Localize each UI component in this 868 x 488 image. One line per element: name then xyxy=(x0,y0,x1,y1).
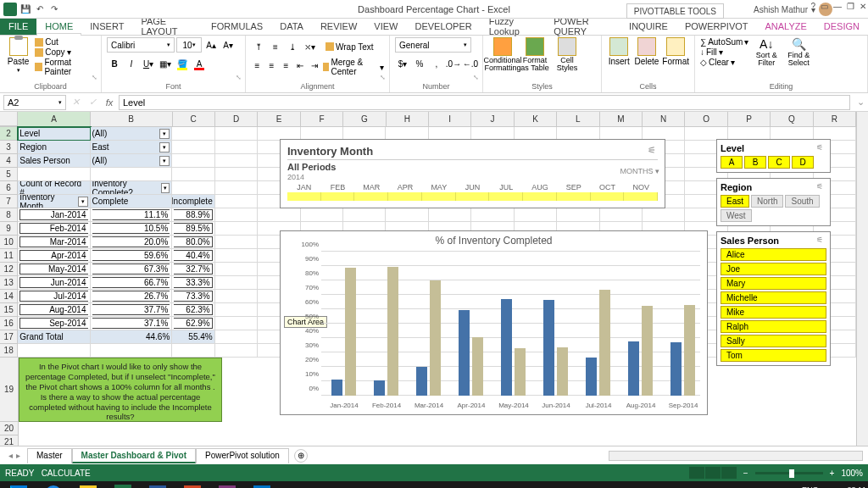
cell-styles-button[interactable]: Cell Styles xyxy=(553,37,581,72)
cell[interactable] xyxy=(258,208,300,222)
cell[interactable]: 26.7% xyxy=(91,290,173,303)
tab-page-layout[interactable]: PAGE LAYOUT xyxy=(132,18,203,35)
cell[interactable]: 67.3% xyxy=(91,263,173,276)
row-header[interactable]: 18 xyxy=(0,344,18,358)
column-header[interactable]: D xyxy=(215,112,258,126)
undo-icon[interactable]: ↶ xyxy=(34,3,46,15)
bar-incomplete[interactable] xyxy=(557,347,568,396)
indent-dec-icon[interactable]: ⇤ xyxy=(294,58,307,73)
cell[interactable]: (All)▾ xyxy=(91,154,173,168)
bar-complete[interactable] xyxy=(416,367,427,396)
horizontal-scrollbar[interactable] xyxy=(609,451,863,461)
note-textbox[interactable]: In the Pivot chart I would like to only … xyxy=(19,358,222,422)
tab-view[interactable]: VIEW xyxy=(365,18,406,35)
slicer-region[interactable]: Region ⚟ EastNorthSouthWest xyxy=(716,178,831,226)
row-header[interactable]: 14 xyxy=(0,290,18,303)
bar-complete[interactable] xyxy=(331,380,342,396)
minimize-icon[interactable]: — xyxy=(833,2,842,11)
merge-center-button[interactable]: Merge & Center ▾ xyxy=(323,58,384,76)
pivot-chart[interactable]: % of Inventory Completed Chart Area Jan-… xyxy=(280,230,708,415)
column-header[interactable]: Q xyxy=(771,112,813,126)
cell[interactable] xyxy=(215,344,258,358)
slicer-item[interactable]: C xyxy=(768,156,790,169)
grow-font-icon[interactable]: A▴ xyxy=(203,37,219,53)
format-cells-button[interactable]: Format xyxy=(662,37,689,66)
zoom-in-icon[interactable]: + xyxy=(830,469,835,478)
cell[interactable]: 62.3% xyxy=(172,303,214,317)
cell[interactable] xyxy=(215,330,258,344)
cell[interactable]: 80.0% xyxy=(172,236,214,249)
bar-incomplete[interactable] xyxy=(430,280,441,396)
currency-icon[interactable]: $▾ xyxy=(395,56,410,71)
cell[interactable] xyxy=(172,344,214,358)
taskbar-outlook[interactable]: O xyxy=(245,482,279,488)
bar-incomplete[interactable] xyxy=(599,290,610,396)
bar-incomplete[interactable] xyxy=(472,337,483,396)
bar-complete[interactable] xyxy=(628,341,639,396)
tab-fuzzy-lookup[interactable]: Fuzzy Lookup xyxy=(481,18,545,35)
slicer-sales-person[interactable]: Sales Person ⚟ AliceJoeMaryMichelleMikeR… xyxy=(716,231,831,366)
cell[interactable]: 89.5% xyxy=(172,222,214,236)
italic-button[interactable]: I xyxy=(124,56,139,71)
timeline-level-button[interactable]: MONTHS ▾ xyxy=(620,167,659,175)
page-layout-view-icon[interactable] xyxy=(705,467,721,479)
bar-complete[interactable] xyxy=(501,299,512,396)
tab-review[interactable]: REVIEW xyxy=(312,18,365,35)
sheet-tab[interactable]: PowerPivot solution xyxy=(196,448,289,463)
redo-icon[interactable]: ↷ xyxy=(48,3,60,15)
cell[interactable] xyxy=(18,168,90,181)
cell[interactable] xyxy=(301,208,343,222)
row-header[interactable]: 21 xyxy=(0,435,19,446)
row-header[interactable]: 4 xyxy=(0,154,18,168)
vertical-scrollbar[interactable] xyxy=(856,112,868,446)
cell[interactable] xyxy=(172,168,214,181)
column-header[interactable]: E xyxy=(258,112,300,126)
zoom-out-icon[interactable]: − xyxy=(743,469,748,478)
taskbar-word[interactable]: W xyxy=(141,482,175,488)
cell[interactable] xyxy=(215,168,258,181)
taskbar-ie[interactable] xyxy=(36,482,70,488)
save-icon[interactable]: 💾 xyxy=(19,3,31,15)
clear-filter-icon[interactable]: ⚟ xyxy=(816,143,826,153)
conditional-formatting-button[interactable]: Conditional Formatting xyxy=(488,37,517,72)
row-header[interactable]: 5 xyxy=(0,168,18,181)
cancel-icon[interactable]: ✕ xyxy=(68,97,83,108)
tab-developer[interactable]: DEVELOPER xyxy=(406,18,480,35)
cell[interactable]: Grand Total xyxy=(18,330,90,344)
slicer-item[interactable]: Joe xyxy=(721,263,826,275)
number-format-select[interactable]: General▾ xyxy=(395,37,471,53)
bar-incomplete[interactable] xyxy=(684,305,695,396)
row-header[interactable]: 9 xyxy=(0,222,18,236)
row-header[interactable]: 19 xyxy=(0,358,19,422)
align-left-icon[interactable]: ≡ xyxy=(251,58,264,73)
cell[interactable]: Jan-2014 xyxy=(18,208,90,222)
sheet-tab[interactable]: Master xyxy=(27,448,72,463)
bar-complete[interactable] xyxy=(543,300,554,396)
column-header[interactable]: K xyxy=(515,112,557,126)
timeline-segment[interactable] xyxy=(321,192,355,201)
timeline-segment[interactable] xyxy=(557,192,591,201)
slicer-item[interactable]: Mike xyxy=(721,306,826,319)
slicer-item[interactable]: South xyxy=(785,195,819,208)
enter-icon[interactable]: ✓ xyxy=(85,97,100,108)
cell[interactable]: 59.6% xyxy=(91,249,173,263)
bar-incomplete[interactable] xyxy=(387,267,398,396)
cell[interactable]: May-2014 xyxy=(18,263,90,276)
timeline-segment[interactable] xyxy=(422,192,456,201)
find-select-button[interactable]: 🔍Find & Select xyxy=(784,37,813,67)
start-button[interactable] xyxy=(2,482,36,488)
tab-formulas[interactable]: FORMULAS xyxy=(203,18,271,35)
slicer-item[interactable]: Mary xyxy=(721,277,826,290)
tab-power-query[interactable]: POWER QUERY xyxy=(545,18,620,35)
cell[interactable] xyxy=(172,154,214,168)
align-center-icon[interactable]: ≡ xyxy=(265,58,278,73)
cell[interactable] xyxy=(215,222,258,236)
column-header[interactable]: B xyxy=(91,112,173,126)
cell[interactable] xyxy=(215,181,258,195)
select-all-cell[interactable] xyxy=(0,112,18,126)
row-header[interactable]: 10 xyxy=(0,236,18,249)
bar-complete[interactable] xyxy=(374,380,385,396)
fill-button[interactable]: ↓ Fill ▾ xyxy=(700,47,748,57)
percent-icon[interactable]: % xyxy=(412,56,427,71)
cell[interactable]: 44.6% xyxy=(91,330,173,344)
